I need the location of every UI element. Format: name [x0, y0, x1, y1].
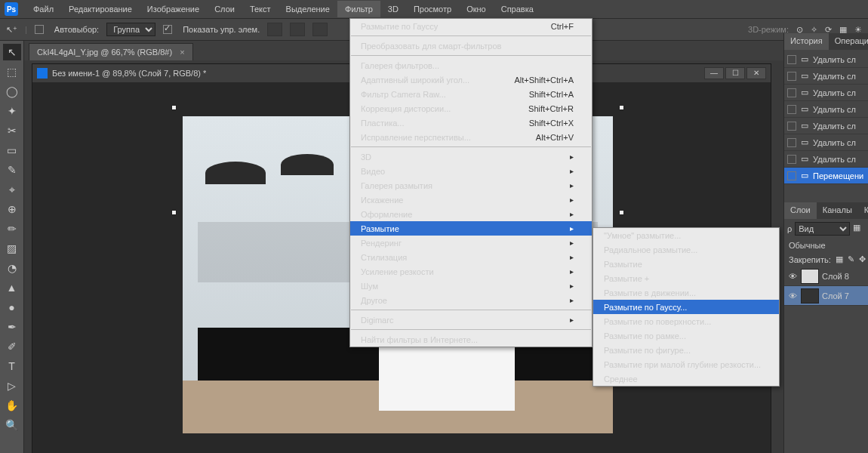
- tool-button[interactable]: ✋: [3, 397, 21, 414]
- filter-menu-item[interactable]: Искажение: [350, 193, 592, 207]
- blur-submenu-item[interactable]: Размытие по поверхности...: [593, 314, 779, 328]
- tool-button[interactable]: ▨: [3, 240, 21, 257]
- align-icon[interactable]: [312, 23, 328, 36]
- layer-row[interactable]: 👁Слой 7: [784, 286, 868, 306]
- actions-tab[interactable]: Операции: [829, 33, 868, 50]
- layer-kind-select[interactable]: Вид: [795, 222, 850, 236]
- menu-изображение[interactable]: Изображение: [140, 1, 207, 17]
- filter-menu-item[interactable]: Оформление: [350, 207, 592, 221]
- blur-submenu-item[interactable]: Размытие +: [593, 271, 779, 285]
- blur-submenu-item[interactable]: Размытие при малой глубине резкости...: [593, 357, 779, 371]
- tool-button[interactable]: ✒: [3, 319, 21, 335]
- maximize-button[interactable]: ☐: [725, 67, 745, 79]
- filter-menu-item[interactable]: Найти фильтры в Интернете...: [350, 332, 592, 347]
- tool-button[interactable]: ⊕: [3, 201, 21, 217]
- filter-menu-item[interactable]: Размытие по ГауссуCtrl+F: [350, 19, 592, 33]
- close-icon[interactable]: ×: [180, 48, 184, 57]
- document-tab[interactable]: CkI4L4gAI_Y.jpg @ 66,7% (RGB/8#) ×: [29, 43, 193, 60]
- blur-submenu-item[interactable]: Радиальное размытие...: [593, 242, 779, 257]
- lock-icon[interactable]: ✎: [848, 254, 854, 264]
- menu-файл[interactable]: Файл: [26, 1, 61, 17]
- lock-icon[interactable]: ▦: [836, 254, 843, 264]
- tool-button[interactable]: ▷: [3, 378, 21, 394]
- filter-menu-item[interactable]: Шум: [350, 279, 592, 293]
- history-item[interactable]: ▭Удалить сл: [784, 85, 868, 101]
- history-tab[interactable]: История: [784, 33, 829, 50]
- channels-tab[interactable]: Каналы: [817, 202, 858, 219]
- blend-mode-label[interactable]: Обычные: [784, 239, 868, 252]
- menu-просмотр[interactable]: Просмотр: [406, 1, 459, 17]
- blur-submenu-item[interactable]: Среднее: [593, 371, 779, 386]
- layer-row[interactable]: 👁Слой 8: [784, 267, 868, 286]
- filter-menu-item[interactable]: Коррекция дисторсии...Shift+Ctrl+R: [350, 101, 592, 116]
- tool-button[interactable]: ⬚: [3, 63, 21, 80]
- tool-button[interactable]: ↖: [3, 44, 21, 60]
- menu-слои[interactable]: Слои: [207, 1, 242, 17]
- tool-button[interactable]: ●: [3, 299, 21, 316]
- lock-icon[interactable]: ✥: [859, 254, 866, 264]
- filter-menu-item[interactable]: Фильтр Camera Raw...Shift+Ctrl+A: [350, 87, 592, 101]
- filter-menu-item[interactable]: Преобразовать для смарт-фильтров: [350, 39, 592, 53]
- menu-справка[interactable]: Справка: [494, 1, 541, 17]
- history-item[interactable]: ▭Перемещени: [784, 168, 868, 184]
- filter-menu-item[interactable]: Пластика...Shift+Ctrl+X: [350, 116, 592, 130]
- history-item[interactable]: ▭Удалить сл: [784, 134, 868, 151]
- filter-menu-item[interactable]: Галерея фильтров...: [350, 58, 592, 72]
- close-button[interactable]: ✕: [746, 67, 766, 79]
- paths-tab[interactable]: Ко: [858, 202, 868, 219]
- tool-button[interactable]: ◯: [3, 83, 21, 100]
- tool-button[interactable]: ◔: [3, 260, 21, 276]
- layers-tab[interactable]: Слои: [784, 202, 817, 219]
- filter-menu-item[interactable]: Рендеринг: [350, 236, 592, 250]
- filter-icon[interactable]: ▦: [853, 223, 865, 235]
- filter-menu-item[interactable]: Галерея размытия: [350, 178, 592, 193]
- autoselect-type-select[interactable]: Группа: [106, 23, 155, 36]
- filter-menu-item[interactable]: Видео: [350, 164, 592, 178]
- minimize-button[interactable]: —: [704, 67, 724, 79]
- blur-submenu-item[interactable]: Размытие в движении...: [593, 285, 779, 300]
- filter-menu-item[interactable]: Усиление резкости: [350, 264, 592, 279]
- filter-menu-item[interactable]: Другое: [350, 293, 592, 307]
- tool-button[interactable]: ✦: [3, 103, 21, 119]
- blur-submenu-item[interactable]: Размытие по Гауссу...: [593, 300, 779, 314]
- history-state-icon: ▭: [799, 154, 810, 164]
- history-item[interactable]: ▭Удалить сл: [784, 51, 868, 68]
- menu-текст[interactable]: Текст: [242, 1, 279, 17]
- blur-submenu-item[interactable]: Размытие по рамке...: [593, 328, 779, 343]
- history-item[interactable]: ▭Удалить сл: [784, 101, 868, 118]
- tool-button[interactable]: ✏: [3, 220, 21, 237]
- move-tool-icon: ↖⁺: [6, 25, 17, 35]
- tool-button[interactable]: T: [3, 358, 21, 374]
- tool-button[interactable]: ✎: [3, 162, 21, 178]
- filter-menu-item[interactable]: Digimarc: [350, 313, 592, 327]
- tool-button[interactable]: 🔍: [3, 417, 21, 433]
- autoselect-checkbox[interactable]: [35, 25, 44, 34]
- tool-button[interactable]: ✂: [3, 122, 21, 139]
- tool-button[interactable]: ▲: [3, 279, 21, 296]
- menu-выделение[interactable]: Выделение: [279, 1, 337, 17]
- filter-menu-item[interactable]: Исправление перспективы...Alt+Ctrl+V: [350, 130, 592, 144]
- history-item[interactable]: ▭Удалить сл: [784, 151, 868, 168]
- blur-submenu-item[interactable]: "Умное" размытие...: [593, 228, 779, 242]
- menu-3d[interactable]: 3D: [380, 1, 406, 17]
- menu-фильтр[interactable]: Фильтр: [337, 1, 380, 17]
- align-icon[interactable]: [267, 23, 282, 36]
- history-item[interactable]: ▭Удалить сл: [784, 118, 868, 134]
- menu-редактирование[interactable]: Редактирование: [61, 1, 140, 17]
- blur-submenu-item[interactable]: Размытие по фигуре...: [593, 343, 779, 357]
- filter-menu-item[interactable]: Стилизация: [350, 250, 592, 264]
- tool-button[interactable]: ✐: [3, 338, 21, 355]
- tool-button[interactable]: ⌖: [3, 181, 21, 198]
- visibility-icon[interactable]: 👁: [787, 291, 798, 300]
- show-transform-controls-checkbox[interactable]: [163, 25, 172, 34]
- filter-menu-item[interactable]: Размытие: [350, 221, 592, 236]
- filter-menu-item[interactable]: 3D: [350, 149, 592, 164]
- tool-button[interactable]: ▭: [3, 142, 21, 159]
- blur-submenu-item[interactable]: Размытие: [593, 257, 779, 271]
- history-item[interactable]: ▭Удалить сл: [784, 68, 868, 85]
- filter-menu-item[interactable]: Адаптивный широкий угол...Alt+Shift+Ctrl…: [350, 72, 592, 87]
- tab-label: CkI4L4gAI_Y.jpg @ 66,7% (RGB/8#): [37, 48, 172, 57]
- align-icon[interactable]: [290, 23, 305, 36]
- menu-окно[interactable]: Окно: [459, 1, 494, 17]
- visibility-icon[interactable]: 👁: [787, 272, 798, 281]
